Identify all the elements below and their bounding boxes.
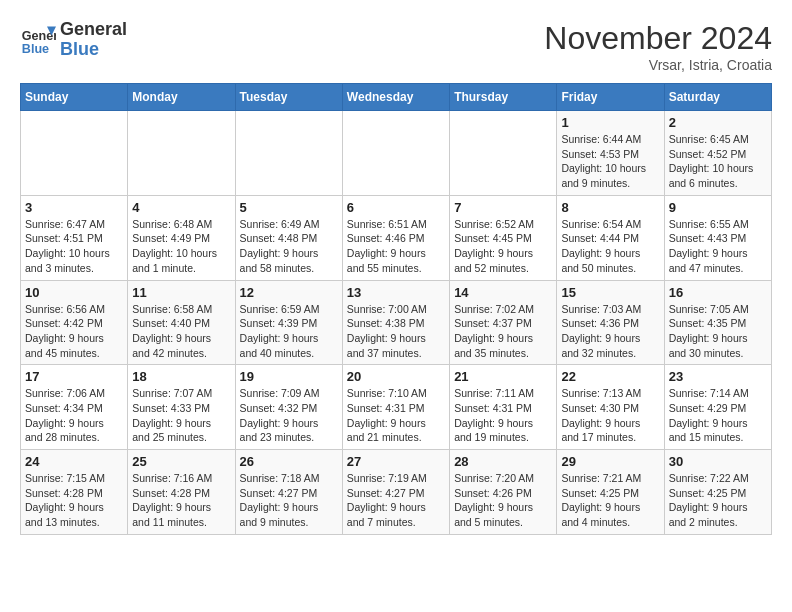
day-number: 29 bbox=[561, 454, 659, 469]
calendar-cell: 22Sunrise: 7:13 AM Sunset: 4:30 PM Dayli… bbox=[557, 365, 664, 450]
day-number: 1 bbox=[561, 115, 659, 130]
day-info: Sunrise: 7:10 AM Sunset: 4:31 PM Dayligh… bbox=[347, 386, 445, 445]
day-number: 15 bbox=[561, 285, 659, 300]
weekday-header-monday: Monday bbox=[128, 84, 235, 111]
calendar-cell: 19Sunrise: 7:09 AM Sunset: 4:32 PM Dayli… bbox=[235, 365, 342, 450]
calendar-cell: 7Sunrise: 6:52 AM Sunset: 4:45 PM Daylig… bbox=[450, 195, 557, 280]
calendar-week-2: 3Sunrise: 6:47 AM Sunset: 4:51 PM Daylig… bbox=[21, 195, 772, 280]
day-info: Sunrise: 7:21 AM Sunset: 4:25 PM Dayligh… bbox=[561, 471, 659, 530]
day-info: Sunrise: 7:15 AM Sunset: 4:28 PM Dayligh… bbox=[25, 471, 123, 530]
day-info: Sunrise: 6:48 AM Sunset: 4:49 PM Dayligh… bbox=[132, 217, 230, 276]
day-info: Sunrise: 7:09 AM Sunset: 4:32 PM Dayligh… bbox=[240, 386, 338, 445]
day-number: 5 bbox=[240, 200, 338, 215]
day-number: 24 bbox=[25, 454, 123, 469]
calendar-cell: 2Sunrise: 6:45 AM Sunset: 4:52 PM Daylig… bbox=[664, 111, 771, 196]
logo-general-text: General bbox=[60, 20, 127, 40]
calendar-cell: 14Sunrise: 7:02 AM Sunset: 4:37 PM Dayli… bbox=[450, 280, 557, 365]
calendar-cell: 13Sunrise: 7:00 AM Sunset: 4:38 PM Dayli… bbox=[342, 280, 449, 365]
day-info: Sunrise: 7:18 AM Sunset: 4:27 PM Dayligh… bbox=[240, 471, 338, 530]
day-number: 22 bbox=[561, 369, 659, 384]
calendar-week-1: 1Sunrise: 6:44 AM Sunset: 4:53 PM Daylig… bbox=[21, 111, 772, 196]
calendar-cell: 29Sunrise: 7:21 AM Sunset: 4:25 PM Dayli… bbox=[557, 450, 664, 535]
calendar-cell: 11Sunrise: 6:58 AM Sunset: 4:40 PM Dayli… bbox=[128, 280, 235, 365]
month-title: November 2024 bbox=[544, 20, 772, 57]
calendar-cell: 18Sunrise: 7:07 AM Sunset: 4:33 PM Dayli… bbox=[128, 365, 235, 450]
day-info: Sunrise: 6:49 AM Sunset: 4:48 PM Dayligh… bbox=[240, 217, 338, 276]
day-number: 13 bbox=[347, 285, 445, 300]
day-info: Sunrise: 6:44 AM Sunset: 4:53 PM Dayligh… bbox=[561, 132, 659, 191]
weekday-header-saturday: Saturday bbox=[664, 84, 771, 111]
day-number: 12 bbox=[240, 285, 338, 300]
calendar-cell: 9Sunrise: 6:55 AM Sunset: 4:43 PM Daylig… bbox=[664, 195, 771, 280]
day-info: Sunrise: 6:56 AM Sunset: 4:42 PM Dayligh… bbox=[25, 302, 123, 361]
day-number: 11 bbox=[132, 285, 230, 300]
day-number: 20 bbox=[347, 369, 445, 384]
day-number: 27 bbox=[347, 454, 445, 469]
day-info: Sunrise: 6:55 AM Sunset: 4:43 PM Dayligh… bbox=[669, 217, 767, 276]
page-header: General Blue General Blue November 2024 … bbox=[20, 20, 772, 73]
calendar-cell: 1Sunrise: 6:44 AM Sunset: 4:53 PM Daylig… bbox=[557, 111, 664, 196]
day-info: Sunrise: 7:03 AM Sunset: 4:36 PM Dayligh… bbox=[561, 302, 659, 361]
day-number: 8 bbox=[561, 200, 659, 215]
day-info: Sunrise: 7:07 AM Sunset: 4:33 PM Dayligh… bbox=[132, 386, 230, 445]
day-info: Sunrise: 7:20 AM Sunset: 4:26 PM Dayligh… bbox=[454, 471, 552, 530]
calendar-cell bbox=[21, 111, 128, 196]
day-number: 17 bbox=[25, 369, 123, 384]
day-info: Sunrise: 7:22 AM Sunset: 4:25 PM Dayligh… bbox=[669, 471, 767, 530]
location: Vrsar, Istria, Croatia bbox=[544, 57, 772, 73]
title-area: November 2024 Vrsar, Istria, Croatia bbox=[544, 20, 772, 73]
day-number: 18 bbox=[132, 369, 230, 384]
calendar-cell: 5Sunrise: 6:49 AM Sunset: 4:48 PM Daylig… bbox=[235, 195, 342, 280]
day-info: Sunrise: 7:11 AM Sunset: 4:31 PM Dayligh… bbox=[454, 386, 552, 445]
calendar-cell: 16Sunrise: 7:05 AM Sunset: 4:35 PM Dayli… bbox=[664, 280, 771, 365]
day-info: Sunrise: 7:14 AM Sunset: 4:29 PM Dayligh… bbox=[669, 386, 767, 445]
day-info: Sunrise: 6:58 AM Sunset: 4:40 PM Dayligh… bbox=[132, 302, 230, 361]
calendar-cell bbox=[128, 111, 235, 196]
day-info: Sunrise: 6:54 AM Sunset: 4:44 PM Dayligh… bbox=[561, 217, 659, 276]
day-number: 26 bbox=[240, 454, 338, 469]
weekday-header-row: SundayMondayTuesdayWednesdayThursdayFrid… bbox=[21, 84, 772, 111]
calendar-cell bbox=[235, 111, 342, 196]
calendar-cell: 23Sunrise: 7:14 AM Sunset: 4:29 PM Dayli… bbox=[664, 365, 771, 450]
calendar-cell: 20Sunrise: 7:10 AM Sunset: 4:31 PM Dayli… bbox=[342, 365, 449, 450]
calendar-cell: 21Sunrise: 7:11 AM Sunset: 4:31 PM Dayli… bbox=[450, 365, 557, 450]
calendar-cell bbox=[342, 111, 449, 196]
day-number: 10 bbox=[25, 285, 123, 300]
logo-icon: General Blue bbox=[20, 22, 56, 58]
day-info: Sunrise: 7:16 AM Sunset: 4:28 PM Dayligh… bbox=[132, 471, 230, 530]
calendar-cell: 8Sunrise: 6:54 AM Sunset: 4:44 PM Daylig… bbox=[557, 195, 664, 280]
day-number: 16 bbox=[669, 285, 767, 300]
day-number: 25 bbox=[132, 454, 230, 469]
day-info: Sunrise: 7:02 AM Sunset: 4:37 PM Dayligh… bbox=[454, 302, 552, 361]
day-number: 14 bbox=[454, 285, 552, 300]
calendar-table: SundayMondayTuesdayWednesdayThursdayFrid… bbox=[20, 83, 772, 535]
weekday-header-sunday: Sunday bbox=[21, 84, 128, 111]
calendar-week-3: 10Sunrise: 6:56 AM Sunset: 4:42 PM Dayli… bbox=[21, 280, 772, 365]
calendar-header: SundayMondayTuesdayWednesdayThursdayFrid… bbox=[21, 84, 772, 111]
day-info: Sunrise: 7:05 AM Sunset: 4:35 PM Dayligh… bbox=[669, 302, 767, 361]
day-number: 4 bbox=[132, 200, 230, 215]
calendar-week-5: 24Sunrise: 7:15 AM Sunset: 4:28 PM Dayli… bbox=[21, 450, 772, 535]
calendar-cell: 28Sunrise: 7:20 AM Sunset: 4:26 PM Dayli… bbox=[450, 450, 557, 535]
day-number: 2 bbox=[669, 115, 767, 130]
calendar-cell: 30Sunrise: 7:22 AM Sunset: 4:25 PM Dayli… bbox=[664, 450, 771, 535]
calendar-cell: 12Sunrise: 6:59 AM Sunset: 4:39 PM Dayli… bbox=[235, 280, 342, 365]
day-number: 3 bbox=[25, 200, 123, 215]
day-info: Sunrise: 7:00 AM Sunset: 4:38 PM Dayligh… bbox=[347, 302, 445, 361]
svg-text:Blue: Blue bbox=[22, 41, 49, 55]
calendar-cell: 4Sunrise: 6:48 AM Sunset: 4:49 PM Daylig… bbox=[128, 195, 235, 280]
weekday-header-friday: Friday bbox=[557, 84, 664, 111]
day-info: Sunrise: 7:13 AM Sunset: 4:30 PM Dayligh… bbox=[561, 386, 659, 445]
day-number: 6 bbox=[347, 200, 445, 215]
day-info: Sunrise: 6:45 AM Sunset: 4:52 PM Dayligh… bbox=[669, 132, 767, 191]
day-number: 9 bbox=[669, 200, 767, 215]
day-number: 28 bbox=[454, 454, 552, 469]
calendar-cell: 6Sunrise: 6:51 AM Sunset: 4:46 PM Daylig… bbox=[342, 195, 449, 280]
calendar-cell: 27Sunrise: 7:19 AM Sunset: 4:27 PM Dayli… bbox=[342, 450, 449, 535]
day-number: 23 bbox=[669, 369, 767, 384]
calendar-week-4: 17Sunrise: 7:06 AM Sunset: 4:34 PM Dayli… bbox=[21, 365, 772, 450]
day-info: Sunrise: 6:52 AM Sunset: 4:45 PM Dayligh… bbox=[454, 217, 552, 276]
weekday-header-tuesday: Tuesday bbox=[235, 84, 342, 111]
day-number: 30 bbox=[669, 454, 767, 469]
logo: General Blue General Blue bbox=[20, 20, 127, 60]
